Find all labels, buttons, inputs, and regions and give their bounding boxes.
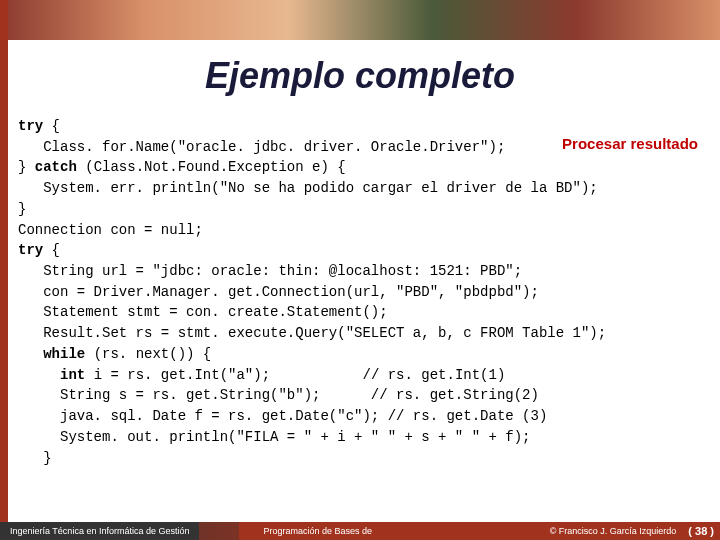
- page-number: ( 38 ): [682, 522, 720, 540]
- code-line: }: [18, 201, 26, 217]
- kw-while: while: [43, 346, 85, 362]
- code-line: }: [18, 159, 35, 175]
- code-line: System. err. println("No se ha podido ca…: [18, 180, 598, 196]
- code-line: (rs. next()) {: [85, 346, 211, 362]
- code-line: Statement stmt = con. create.Statement()…: [18, 304, 388, 320]
- annotation-callout: Procesar resultado: [562, 135, 698, 152]
- code-line: java. sql. Date f = rs. get.Date("c"); /…: [18, 408, 547, 424]
- code-line: Class. for.Name("oracle. jdbc. driver. O…: [18, 139, 505, 155]
- footer-right: © Francisco J. García Izquierdo: [510, 522, 683, 540]
- kw-catch: catch: [35, 159, 77, 175]
- code-line: (Class.Not.Found.Exception e) {: [77, 159, 346, 175]
- slide-title: Ejemplo completo: [0, 55, 720, 97]
- slide: Ejemplo completo Procesar resultado try …: [0, 0, 720, 540]
- kw-try: try: [18, 242, 43, 258]
- code-line: Connection con = null;: [18, 222, 203, 238]
- footer: Ingeniería Técnica en Informática de Ges…: [0, 522, 720, 540]
- code-line: i = rs. get.Int("a"); // rs. get.Int(1): [85, 367, 505, 383]
- code-line: [18, 367, 60, 383]
- code-line: String s = rs. get.String("b"); // rs. g…: [18, 387, 539, 403]
- code-line: {: [43, 118, 60, 134]
- footer-center: Programación de Bases de: [239, 522, 396, 540]
- header-band: [0, 0, 720, 40]
- code-line: con = Driver.Manager. get.Connection(url…: [18, 284, 539, 300]
- footer-left: Ingeniería Técnica en Informática de Ges…: [0, 522, 199, 540]
- code-block: try { Class. for.Name("oracle. jdbc. dri…: [12, 112, 708, 518]
- code-line: {: [43, 242, 60, 258]
- code-line: String url = "jdbc: oracle: thin: @local…: [18, 263, 522, 279]
- kw-int: int: [60, 367, 85, 383]
- code-line: [18, 346, 43, 362]
- code-line: }: [18, 450, 52, 466]
- code-line: System. out. println("FILA = " + i + " "…: [18, 429, 530, 445]
- kw-try: try: [18, 118, 43, 134]
- code-line: Result.Set rs = stmt. execute.Query("SEL…: [18, 325, 606, 341]
